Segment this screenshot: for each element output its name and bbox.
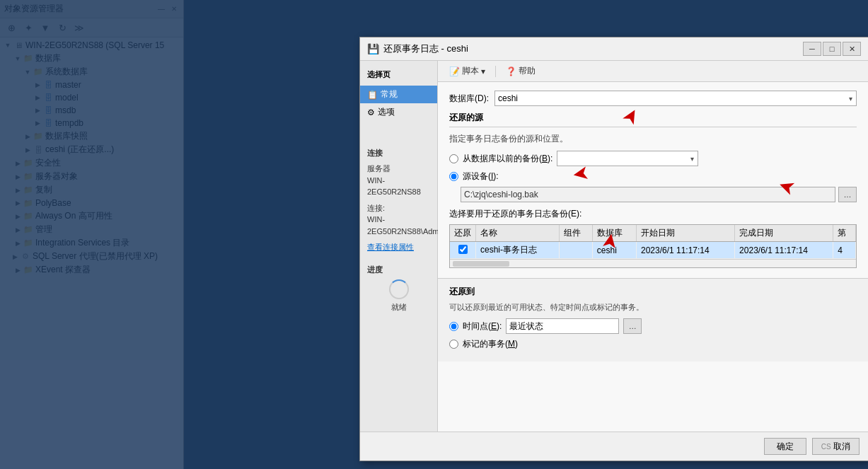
restore-source-desc: 指定事务日志备份的源和位置。 (449, 133, 857, 145)
nav-options-label: 选项 (378, 106, 395, 118)
restore-log-dialog: 💾 还原事务日志 - ceshi ─ □ ✕ 选择页 📋 常规 ⚙ 选项 (359, 37, 868, 461)
from-db-row: 从数据库以前的备份(B): (449, 151, 857, 166)
dialog-body: 选择页 📋 常规 ⚙ 选项 连接 服务器 WIN-2EG50R2NS88 (360, 61, 868, 432)
server-label-text: 服务器 (367, 164, 390, 173)
help-icon: ❓ (506, 66, 516, 76)
nav-general-label: 常规 (381, 88, 398, 100)
dialog-title-text: 还原事务日志 - ceshi (383, 42, 468, 55)
db-row: 数据库(D): ceshi (449, 91, 857, 106)
from-db-label-text: 从数据库以前的备份 (463, 154, 539, 163)
lsn-cell: 4 (833, 242, 856, 259)
from-db-label: 从数据库以前的备份(B): (463, 153, 552, 165)
from-device-radio[interactable] (449, 172, 458, 181)
connect-info: 服务器 WIN-2EG50R2NS88 连接: WIN-2EG50R2NS88\… (367, 163, 430, 253)
dialog-window-controls: ─ □ ✕ (803, 42, 861, 56)
maximize-button[interactable]: □ (823, 42, 841, 56)
restore-source-title: 还原的源 (449, 112, 857, 127)
connect-section: 连接 服务器 WIN-2EG50R2NS88 连接: WIN-2EG50R2NS… (360, 142, 437, 259)
help-label: 帮助 (519, 65, 536, 77)
marked-tx-shortcut: M (508, 339, 515, 349)
nav-general[interactable]: 📋 常规 (360, 86, 437, 103)
backup-table-container: 还原 名称 组件 数据库 开始日期 完成日期 第 (449, 224, 857, 268)
col-lsn: 第 (833, 225, 856, 242)
marked-tx-radio[interactable] (449, 340, 458, 349)
dialog-titlebar: 💾 还原事务日志 - ceshi ─ □ ✕ (360, 37, 868, 61)
backup-table-title: 选择要用于还原的事务日志备份(E): (449, 208, 857, 220)
cancel-button[interactable]: CS 取消 (812, 438, 860, 455)
component-cell (559, 242, 592, 259)
progress-header: 进度 (367, 265, 430, 275)
db-select[interactable]: ceshi (494, 91, 857, 106)
connection-info: 连接: WIN-2EG50R2NS88\Administrat (367, 202, 430, 238)
close-button[interactable]: ✕ (843, 42, 861, 56)
toolbar-separator (495, 66, 496, 77)
col-restore: 还原 (450, 225, 476, 242)
col-name: 名称 (476, 225, 560, 242)
time-point-input[interactable] (506, 318, 619, 334)
table-row[interactable]: ceshi-事务日志 ceshi 2023/6/1 11:17:14 2023/… (450, 242, 856, 259)
dialog-footer: 确定 CS 取消 (360, 432, 868, 461)
server-value-text: WIN-2EG50R2NS88 (367, 176, 421, 197)
script-icon: 📝 (449, 66, 460, 76)
table-header-row: 还原 名称 组件 数据库 开始日期 完成日期 第 (450, 225, 856, 242)
dialog-title-left: 💾 还原事务日志 - ceshi (367, 42, 468, 55)
from-db-shortcut: B (542, 154, 548, 163)
script-label: 脚本 (462, 65, 479, 77)
db-field-label: 数据库(D): (449, 93, 489, 105)
help-button[interactable]: ❓ 帮助 (502, 64, 540, 79)
db-name-cell: ceshi (592, 242, 636, 259)
progress-spinner (389, 279, 409, 299)
restore-checkbox-cell (450, 242, 476, 259)
from-db-select[interactable] (557, 151, 698, 166)
cancel-icon: CS (821, 443, 831, 451)
nav-options[interactable]: ⚙ 选项 (360, 103, 437, 121)
progress-status: 就绪 (367, 302, 430, 313)
server-info-label: 服务器 WIN-2EG50R2NS88 (367, 163, 430, 198)
marked-tx-label: 标记的事务(M) (463, 338, 518, 350)
col-end-date: 完成日期 (735, 225, 833, 242)
nav-general-icon: 📋 (367, 90, 378, 100)
from-db-select-wrapper (557, 151, 698, 166)
browse-button[interactable]: … (838, 187, 857, 202)
from-device-row: 源设备(I): (449, 170, 857, 183)
time-point-browse-button[interactable]: … (623, 318, 642, 334)
ok-button[interactable]: 确定 (764, 438, 806, 455)
nav-options-icon: ⚙ (367, 108, 375, 117)
time-point-radio[interactable] (449, 322, 458, 331)
view-connection-label[interactable]: 查看连接属性 (367, 243, 414, 251)
col-start-date: 开始日期 (636, 225, 734, 242)
col-database: 数据库 (592, 225, 636, 242)
script-button[interactable]: 📝 脚本 ▾ (445, 64, 490, 79)
end-date-cell: 2023/6/1 11:17:14 (735, 242, 833, 259)
time-point-shortcut: E (491, 321, 497, 331)
table-scroll-area[interactable]: 还原 名称 组件 数据库 开始日期 完成日期 第 (450, 225, 856, 259)
col-component: 组件 (559, 225, 592, 242)
dialog-title-icon: 💾 (367, 43, 379, 54)
view-connection-link[interactable]: 查看连接属性 (367, 241, 430, 253)
backup-name-cell: ceshi-事务日志 (476, 242, 560, 259)
restore-checkbox[interactable] (458, 245, 468, 254)
device-path-row: … (461, 187, 857, 202)
form-area: 数据库(D): ceshi 还原的源 指定事务日志备份的源和位置。 (438, 82, 868, 432)
time-point-row: 时间点(E): … (449, 318, 857, 334)
dialog-content: 📝 脚本 ▾ ❓ 帮助 数据库(D): ceshi (438, 61, 868, 432)
progress-section: 进度 就绪 (360, 259, 437, 318)
restore-source-section: 还原的源 指定事务日志备份的源和位置。 从数据库以前的备份(B): (449, 112, 857, 268)
from-db-radio[interactable] (449, 154, 458, 163)
from-device-shortcut: I (491, 171, 493, 181)
from-device-label: 源设备(I): (463, 170, 499, 183)
backup-table: 还原 名称 组件 数据库 开始日期 完成日期 第 (450, 225, 856, 259)
restore-to-title: 还原到 (449, 286, 857, 298)
connection-label-text: 连接: (367, 204, 385, 212)
select-page-title: 选择页 (360, 66, 437, 86)
cancel-label: 取消 (833, 441, 850, 451)
db-select-wrapper: ceshi (494, 91, 857, 106)
dialog-toolbar: 📝 脚本 ▾ ❓ 帮助 (438, 61, 868, 82)
device-path-input[interactable] (461, 187, 835, 202)
script-dropdown-icon: ▾ (481, 66, 485, 76)
connect-header: 连接 (367, 148, 430, 158)
minimize-button[interactable]: ─ (803, 42, 821, 56)
restore-to-desc: 可以还原到最近的可用状态、特定时间点或标记的事务。 (449, 302, 857, 313)
table-horizontal-scrollbar[interactable] (450, 259, 856, 267)
restore-to-section: 还原到 可以还原到最近的可用状态、特定时间点或标记的事务。 时间点(E): … (438, 278, 868, 361)
